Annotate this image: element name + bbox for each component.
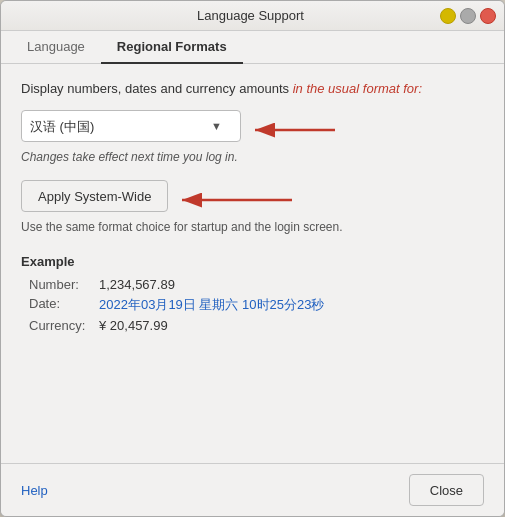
red-arrow-apply <box>174 185 294 215</box>
format-dropdown[interactable]: 汉语 (中国)English (United States)English (U… <box>21 110 241 142</box>
example-date-value: 2022年03月19日 星期六 10时25分23秒 <box>99 296 324 314</box>
description-text: Display numbers, dates and currency amou… <box>21 80 484 98</box>
apply-section: Apply System-Wide <box>21 180 168 212</box>
example-number-row: Number: 1,234,567.89 <box>21 277 484 292</box>
red-arrow-dropdown <box>247 115 337 145</box>
example-currency-label: Currency: <box>29 318 99 333</box>
example-number-label: Number: <box>29 277 99 292</box>
tab-regional-formats[interactable]: Regional Formats <box>101 31 243 64</box>
content-area: Display numbers, dates and currency amou… <box>1 64 504 463</box>
format-dropdown-container: 汉语 (中国)English (United States)English (U… <box>21 110 241 142</box>
apply-system-wide-button[interactable]: Apply System-Wide <box>21 180 168 212</box>
description-highlight: in the usual format for: <box>293 81 422 96</box>
example-date-row: Date: 2022年03月19日 星期六 10时25分23秒 <box>21 296 484 314</box>
apply-info-text: Use the same format choice for startup a… <box>21 220 484 234</box>
tab-language[interactable]: Language <box>11 31 101 64</box>
example-date-label: Date: <box>29 296 99 314</box>
minimize-button[interactable]: − <box>440 8 456 24</box>
window: Language Support − □ ✕ Language Regional… <box>0 0 505 517</box>
window-title: Language Support <box>61 8 440 23</box>
maximize-button[interactable]: □ <box>460 8 476 24</box>
example-title: Example <box>21 254 484 269</box>
dropdown-annotation-wrapper: 汉语 (中国)English (United States)English (U… <box>21 110 484 150</box>
close-button[interactable]: Close <box>409 474 484 506</box>
example-currency-row: Currency: ¥ 20,457.99 <box>21 318 484 333</box>
example-number-value: 1,234,567.89 <box>99 277 175 292</box>
titlebar-controls: − □ ✕ <box>440 8 496 24</box>
tab-bar: Language Regional Formats <box>1 31 504 64</box>
example-section: Example Number: 1,234,567.89 Date: 2022年… <box>21 254 484 333</box>
close-window-button[interactable]: ✕ <box>480 8 496 24</box>
description-start: Display numbers, dates and currency amou… <box>21 81 293 96</box>
apply-annotation-wrapper: Apply System-Wide <box>21 180 484 220</box>
changes-note: Changes take effect next time you log in… <box>21 150 484 164</box>
titlebar: Language Support − □ ✕ <box>1 1 504 31</box>
example-currency-value: ¥ 20,457.99 <box>99 318 168 333</box>
help-link[interactable]: Help <box>21 483 48 498</box>
footer: Help Close <box>1 463 504 516</box>
